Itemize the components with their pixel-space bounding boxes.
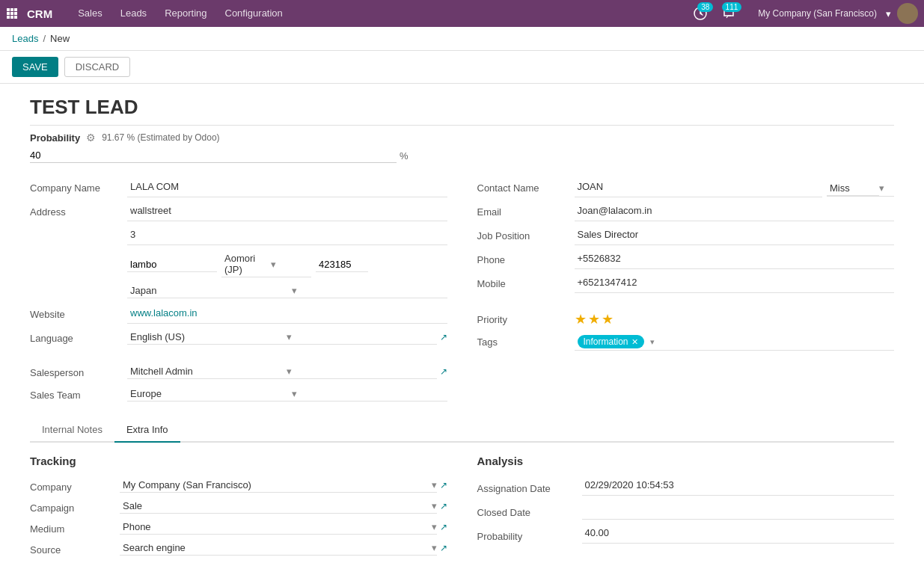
- save-button[interactable]: SAVE: [12, 57, 58, 77]
- address-street[interactable]: wallstreet: [127, 203, 447, 221]
- discard-button[interactable]: DISCARD: [64, 57, 131, 77]
- tracking-company-caret[interactable]: ▾: [432, 479, 437, 490]
- star-3[interactable]: ★: [602, 311, 614, 327]
- lead-title[interactable]: TEST LEAD: [30, 96, 894, 126]
- tab-internal-notes[interactable]: Internal Notes: [30, 418, 114, 443]
- analysis-probability-value[interactable]: 40.00: [582, 526, 895, 544]
- sales-team-dropdown[interactable]: Europe ▾: [127, 387, 447, 402]
- tracking-medium-field: Phone ▾: [120, 520, 437, 535]
- breadcrumb-leads[interactable]: Leads: [12, 33, 38, 44]
- company-name-label: Company Name: [30, 179, 127, 194]
- tracking-source-field: Search engine ▾: [120, 541, 437, 556]
- breadcrumb: Leads / New: [0, 27, 924, 51]
- contact-first-name[interactable]: JOAN: [575, 179, 823, 197]
- phone-value[interactable]: +5526832: [575, 251, 895, 269]
- salesperson-ext-link[interactable]: ↗: [440, 366, 447, 377]
- phone-label: Phone: [477, 251, 575, 265]
- website-row: Website www.lalacom.in: [30, 303, 447, 327]
- mobile-value[interactable]: +6521347412: [575, 275, 895, 293]
- email-row: Email Joan@lalacom.in: [477, 200, 895, 224]
- job-position-value[interactable]: Sales Director: [575, 227, 895, 245]
- assignation-date-value: 02/29/2020 10:54:53: [582, 478, 895, 496]
- tracking-source-ext[interactable]: ↗: [440, 543, 447, 553]
- tracking-source-value[interactable]: Search engine: [120, 541, 429, 555]
- salesperson-dropdown[interactable]: Mitchell Admin ▾: [127, 364, 437, 379]
- tracking-source-caret[interactable]: ▾: [432, 542, 437, 553]
- tracking-source-label: Source: [30, 541, 120, 556]
- star-1[interactable]: ★: [575, 311, 587, 327]
- tracking-company-value[interactable]: My Company (San Francisco): [120, 478, 429, 492]
- priority-row: Priority ★ ★ ★: [477, 308, 895, 330]
- tracking-company-row: Company My Company (San Francisco) ▾ ↗: [30, 475, 447, 496]
- app-name: CRM: [27, 7, 52, 20]
- badge-wrap: 38 111: [694, 7, 747, 20]
- address-country-row: Japan ▾: [30, 280, 447, 303]
- probability-input-row: %: [30, 148, 894, 163]
- tags-row: Tags Information ✕ ▾: [477, 330, 895, 354]
- clock-icon-wrap[interactable]: 38: [694, 7, 707, 20]
- user-avatar[interactable]: [897, 3, 918, 24]
- address-country-select[interactable]: Japan ▾: [127, 283, 447, 298]
- tracking-company-field: My Company (San Francisco) ▾: [120, 478, 437, 493]
- nav-leads[interactable]: Leads: [113, 0, 154, 27]
- svg-rect-0: [7, 8, 10, 11]
- chat-icon-wrap[interactable]: 111: [722, 7, 735, 20]
- address-state-select[interactable]: Aomori (JP) ▾: [221, 251, 311, 277]
- tracking-medium-caret[interactable]: ▾: [432, 521, 437, 532]
- sales-team-label: Sales Team: [30, 387, 127, 401]
- company-name-value[interactable]: LALA COM: [127, 179, 447, 197]
- tracking-company-label: Company: [30, 479, 120, 493]
- closed-date-value[interactable]: [582, 502, 895, 520]
- priority-label: Priority: [477, 311, 575, 325]
- tags-caret[interactable]: ▾: [650, 337, 655, 347]
- website-value[interactable]: www.lalacom.in: [127, 306, 447, 324]
- job-position-label: Job Position: [477, 227, 575, 242]
- probability-input[interactable]: [30, 148, 397, 163]
- address-number[interactable]: 3: [127, 227, 447, 245]
- assignation-date-label: Assignation Date: [477, 480, 582, 494]
- tracking-campaign-value[interactable]: Sale: [120, 499, 429, 513]
- tab-extra-info[interactable]: Extra Info: [114, 418, 180, 443]
- svg-rect-5: [14, 12, 17, 15]
- tags-field[interactable]: Information ✕ ▾: [575, 333, 895, 351]
- contact-name-label: Contact Name: [477, 179, 575, 194]
- grid-icon[interactable]: [6, 7, 18, 19]
- nav-sales[interactable]: Sales: [70, 0, 110, 27]
- salesperson-select: Mitchell Admin ▾ ↗: [127, 364, 447, 379]
- tracking-medium-value[interactable]: Phone: [120, 520, 429, 534]
- language-ext-link[interactable]: ↗: [440, 332, 447, 342]
- clock-badge: 38: [697, 2, 713, 12]
- phone-row: Phone +5526832: [477, 248, 895, 272]
- nav-reporting[interactable]: Reporting: [157, 0, 214, 27]
- gear-icon[interactable]: ⚙: [86, 132, 96, 144]
- tracking-medium-ext[interactable]: ↗: [440, 522, 447, 532]
- svg-rect-2: [14, 8, 17, 11]
- language-dropdown[interactable]: English (US) ▾: [127, 330, 437, 345]
- job-position-row: Job Position Sales Director: [477, 224, 895, 248]
- analysis-probability-label: Probability: [477, 528, 582, 542]
- contact-title-select[interactable]: Miss ▾: [827, 181, 894, 197]
- tracking-campaign-caret[interactable]: ▾: [432, 500, 437, 511]
- tracking-company-ext[interactable]: ↗: [440, 480, 447, 490]
- priority-stars[interactable]: ★ ★ ★: [575, 311, 614, 327]
- tracking-campaign-ext[interactable]: ↗: [440, 501, 447, 511]
- svg-rect-6: [7, 16, 10, 19]
- address-city-input[interactable]: [127, 257, 217, 272]
- probability-percent-symbol: %: [400, 150, 409, 162]
- email-value[interactable]: Joan@lalacom.in: [575, 203, 895, 221]
- address-label: Address: [30, 203, 127, 218]
- website-label: Website: [30, 306, 127, 320]
- tracking-campaign-row: Campaign Sale ▾ ↗: [30, 496, 447, 517]
- address-number-row: 3: [30, 224, 447, 248]
- tabs-bar: Internal Notes Extra Info: [30, 418, 894, 443]
- analysis-section: Analysis Assignation Date 02/29/2020 10:…: [477, 455, 895, 559]
- address-zip-input[interactable]: [316, 257, 368, 272]
- tag-remove[interactable]: ✕: [631, 337, 638, 347]
- contact-name-fields: JOAN Miss ▾: [575, 179, 895, 197]
- closed-date-label: Closed Date: [477, 504, 582, 518]
- mobile-row: Mobile +6521347412: [477, 272, 895, 296]
- nav-configuration[interactable]: Configuration: [218, 0, 290, 27]
- probability-label: Probability: [30, 132, 80, 144]
- company-selector[interactable]: My Company (San Francisco): [758, 8, 877, 19]
- star-2[interactable]: ★: [588, 311, 600, 327]
